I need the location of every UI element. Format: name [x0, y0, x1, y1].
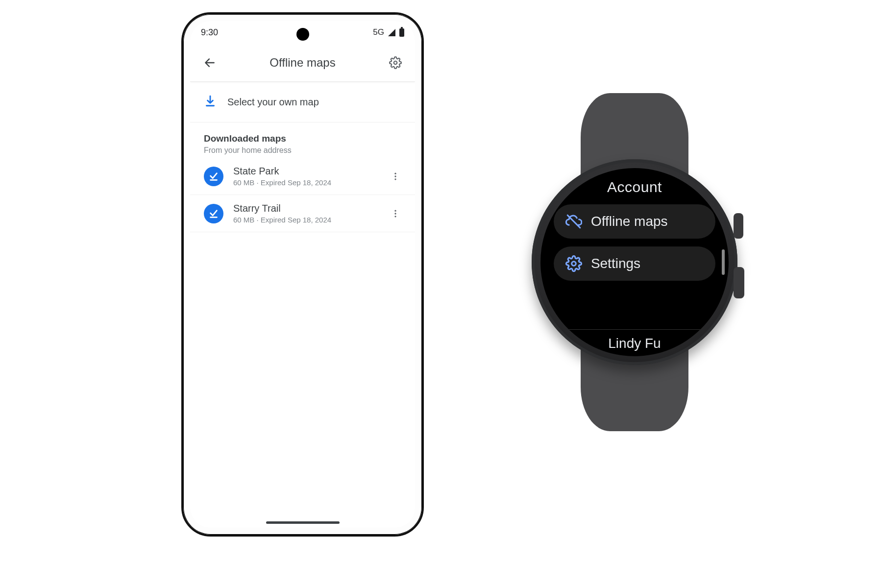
watch-item-settings[interactable]: Settings: [554, 246, 715, 281]
app-bar: Offline maps: [190, 44, 415, 82]
status-time: 9:30: [201, 27, 218, 38]
watch-side-button[interactable]: [734, 213, 743, 239]
settings-button[interactable]: [385, 52, 406, 74]
watch-heading: Account: [607, 179, 662, 196]
watch-device: Account Offline maps Settings: [519, 93, 750, 431]
svg-point-11: [394, 216, 396, 217]
map-overflow-button[interactable]: [386, 167, 405, 186]
check-download-icon: [208, 171, 219, 182]
download-icon: [204, 95, 217, 109]
watch-menu-list: Offline maps Settings: [554, 204, 715, 281]
watch-account-name[interactable]: Lindy Fu: [569, 329, 701, 351]
cloud-off-icon: [565, 213, 582, 230]
svg-point-6: [394, 175, 396, 177]
watch-scroll-indicator: [722, 249, 725, 275]
map-meta: 60 MB · Expired Sep 18, 2024: [233, 216, 376, 224]
svg-point-5: [394, 172, 396, 174]
watch-crown-button[interactable]: [734, 267, 744, 298]
watch-screen: Account Offline maps Settings: [540, 168, 729, 356]
arrow-left-icon: [203, 56, 216, 69]
map-overflow-button[interactable]: [386, 204, 405, 223]
map-downloaded-badge: [204, 204, 223, 223]
phone-camera-punchhole: [296, 28, 309, 41]
downloaded-map-item[interactable]: State Park 60 MB · Expired Sep 18, 2024: [190, 158, 415, 195]
svg-point-9: [394, 210, 396, 211]
watch-item-label: Offline maps: [591, 214, 668, 229]
status-right-cluster: 5G: [373, 27, 404, 37]
section-subheading: From your home address: [204, 146, 401, 155]
watch-item-offline-maps[interactable]: Offline maps: [554, 204, 715, 239]
gear-icon: [389, 56, 402, 69]
watch-item-label: Settings: [591, 256, 640, 271]
svg-point-13: [572, 262, 576, 266]
svg-line-12: [567, 215, 580, 228]
downloaded-map-item[interactable]: Starry Trail 60 MB · Expired Sep 18, 202…: [190, 195, 415, 232]
gear-icon: [565, 255, 582, 272]
app-bar-title: Offline maps: [220, 56, 385, 70]
section-heading: Downloaded maps: [204, 133, 401, 144]
back-button[interactable]: [199, 52, 220, 74]
downloaded-maps-section: Downloaded maps From your home address: [190, 122, 415, 158]
select-own-map-row[interactable]: Select your own map: [190, 82, 415, 122]
map-downloaded-badge: [204, 167, 223, 186]
select-own-map-label: Select your own map: [227, 97, 319, 108]
more-vert-icon: [391, 172, 400, 181]
signal-icon: [388, 29, 395, 36]
battery-icon: [399, 28, 404, 37]
phone-device-frame: 9:30 5G Offline maps: [181, 12, 424, 537]
status-network-label: 5G: [373, 27, 384, 37]
watch-body: Account Offline maps Settings: [532, 159, 737, 365]
svg-point-10: [394, 213, 396, 214]
svg-point-1: [394, 61, 397, 64]
map-meta: 60 MB · Expired Sep 18, 2024: [233, 178, 376, 187]
svg-point-7: [394, 178, 396, 180]
map-name: Starry Trail: [233, 203, 376, 214]
phone-screen: 9:30 5G Offline maps: [190, 21, 415, 528]
check-download-icon: [208, 208, 219, 219]
more-vert-icon: [391, 209, 400, 219]
map-name: State Park: [233, 166, 376, 177]
gesture-home-indicator[interactable]: [266, 521, 340, 524]
